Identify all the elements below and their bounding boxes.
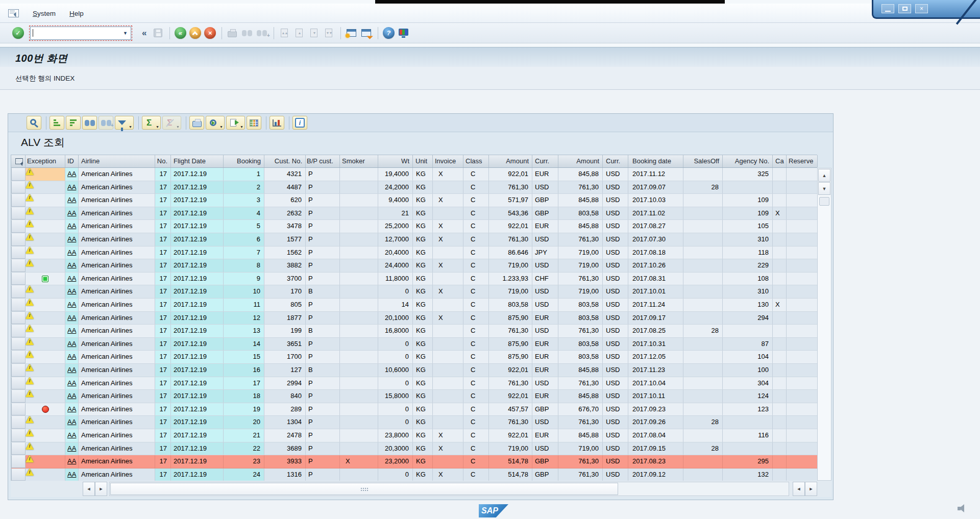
horizontal-scroll-thumb[interactable] <box>110 483 618 495</box>
cell-exception[interactable]: ! <box>26 364 65 377</box>
column-header-reserve[interactable]: Reserve <box>787 155 818 167</box>
cell-smoker[interactable] <box>340 233 378 246</box>
cell-airline[interactable]: American Airlines <box>79 273 155 285</box>
cell-booking_date[interactable]: 2017.09.17 <box>628 312 683 325</box>
cell-sales_off[interactable] <box>683 312 723 325</box>
airline-id-link[interactable]: AA <box>67 287 76 295</box>
cell-class[interactable]: C <box>463 220 489 233</box>
cell-booking_date[interactable]: 2017.10.26 <box>628 259 683 272</box>
cell-amount2[interactable]: 845,88 <box>558 194 603 207</box>
cell-invoice[interactable]: X <box>433 233 463 246</box>
cell-curr1[interactable]: USD <box>532 299 558 311</box>
cell-id[interactable]: AA <box>65 416 79 429</box>
cell-ca[interactable] <box>773 285 787 298</box>
cell-reserve[interactable] <box>787 403 817 416</box>
cell-exception[interactable]: ! <box>26 468 65 481</box>
cell-exception[interactable]: ! <box>26 220 65 233</box>
cell-flight_date[interactable]: 2017.12.19 <box>171 181 224 194</box>
cell-cust_no[interactable]: 620 <box>264 194 306 207</box>
cell-unit[interactable]: KG <box>413 259 433 272</box>
cell-amount2[interactable]: 761,30 <box>558 377 603 390</box>
airline-id-link[interactable]: AA <box>67 235 76 243</box>
cell-amount1[interactable]: 514,78 <box>489 468 532 481</box>
cell-curr1[interactable]: USD <box>532 285 558 298</box>
cell-booking[interactable]: 11 <box>224 299 264 311</box>
cell-curr2[interactable]: USD <box>603 246 628 259</box>
cell-agency_no[interactable]: 325 <box>723 168 773 181</box>
cell-cust_no[interactable]: 3651 <box>264 338 306 351</box>
cell-airline[interactable]: American Airlines <box>79 442 155 455</box>
cell-wt[interactable]: 25,2000 <box>378 220 413 233</box>
cell-sales_off[interactable]: 28 <box>683 325 723 337</box>
cell-class[interactable]: C <box>463 416 489 429</box>
cell-agency_no[interactable]: 132 <box>723 468 773 481</box>
cell-reserve[interactable] <box>787 181 817 194</box>
cell-exception[interactable]: ! <box>26 168 65 181</box>
cell-booking_date[interactable]: 2017.08.18 <box>628 246 683 259</box>
cell-amount1[interactable]: 457,57 <box>489 403 532 416</box>
cell-agency_no[interactable]: 116 <box>723 429 773 442</box>
cell-ca[interactable] <box>773 181 787 194</box>
cell-reserve[interactable] <box>787 168 817 181</box>
column-header-flight_date[interactable]: Flight Date <box>171 155 224 167</box>
cell-sales_off[interactable] <box>683 403 723 416</box>
create-shortcut-icon[interactable] <box>359 27 373 40</box>
cell-booking[interactable]: 8 <box>224 259 264 272</box>
cell-amount1[interactable]: 803,58 <box>489 299 532 311</box>
cell-reserve[interactable] <box>787 364 817 377</box>
cell-smoker[interactable] <box>340 338 378 351</box>
cell-wt[interactable]: 9,4000 <box>378 194 413 207</box>
cell-curr1[interactable]: USD <box>532 442 558 455</box>
cell-no[interactable]: 17 <box>155 194 171 207</box>
cell-id[interactable]: AA <box>65 246 79 259</box>
cell-wt[interactable]: 20,3000 <box>378 442 413 455</box>
row-select-button[interactable] <box>11 233 26 246</box>
cell-agency_no[interactable] <box>723 181 773 194</box>
row-select-button[interactable] <box>11 285 26 298</box>
cell-curr2[interactable]: USD <box>603 194 628 207</box>
cell-curr1[interactable]: EUR <box>532 338 558 351</box>
cell-reserve[interactable] <box>787 273 817 285</box>
airline-id-link[interactable]: AA <box>67 275 76 282</box>
column-header-ca[interactable]: Ca <box>773 155 787 167</box>
cell-exception[interactable]: ! <box>26 416 65 429</box>
airline-id-link[interactable]: AA <box>67 209 76 217</box>
cell-ca[interactable] <box>773 325 787 337</box>
cell-bp_cust[interactable]: P <box>306 207 340 220</box>
cell-exception[interactable]: ! <box>26 338 65 351</box>
cell-class[interactable]: C <box>463 468 489 481</box>
cell-reserve[interactable] <box>787 285 817 298</box>
cell-reserve[interactable] <box>787 325 817 337</box>
cell-curr1[interactable]: USD <box>532 377 558 390</box>
cell-amount1[interactable]: 875,90 <box>489 312 532 325</box>
cell-invoice[interactable] <box>433 181 463 194</box>
cell-ca[interactable] <box>773 403 787 416</box>
cell-curr1[interactable]: GBP <box>532 194 558 207</box>
cell-class[interactable]: C <box>463 299 489 311</box>
cell-airline[interactable]: American Airlines <box>79 364 155 377</box>
cell-sales_off[interactable] <box>683 246 723 259</box>
cell-amount1[interactable]: 86.646 <box>489 246 532 259</box>
cell-exception[interactable]: ! <box>26 312 65 325</box>
cell-unit[interactable]: KG <box>413 416 433 429</box>
airline-id-link[interactable]: AA <box>67 392 76 400</box>
row-select-button[interactable] <box>11 312 26 325</box>
cell-cust_no[interactable]: 1304 <box>264 416 306 429</box>
column-header-sales_off[interactable]: SalesOff <box>683 155 723 167</box>
cell-no[interactable]: 17 <box>155 364 171 377</box>
cell-airline[interactable]: American Airlines <box>79 429 155 442</box>
column-header-booking[interactable]: Booking <box>224 155 264 167</box>
cell-reserve[interactable] <box>787 429 817 442</box>
subtotal-button[interactable]: Σ▼ <box>162 116 181 130</box>
command-input[interactable]: ▼ <box>30 27 131 40</box>
cell-booking[interactable]: 5 <box>224 220 264 233</box>
cell-no[interactable]: 17 <box>155 168 171 181</box>
cell-ca[interactable] <box>773 312 787 325</box>
cell-bp_cust[interactable]: P <box>306 299 340 311</box>
cell-curr1[interactable]: USD <box>532 325 558 337</box>
airline-id-link[interactable]: AA <box>67 431 76 439</box>
cell-sales_off[interactable] <box>683 390 723 403</box>
cell-smoker[interactable] <box>340 299 378 311</box>
cell-no[interactable]: 17 <box>155 207 171 220</box>
airline-id-link[interactable]: AA <box>67 261 76 269</box>
